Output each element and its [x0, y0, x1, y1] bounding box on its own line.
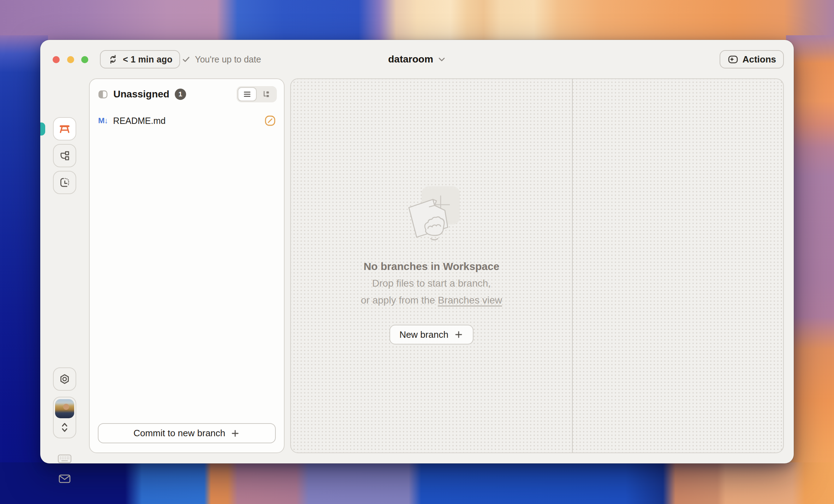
empty-state-line2-text: or apply from the	[361, 295, 438, 306]
commit-to-new-branch-button[interactable]: Commit to new branch	[98, 423, 276, 443]
user-avatar	[55, 399, 74, 418]
chevron-down-icon	[437, 55, 446, 64]
tree-view-button[interactable]	[257, 87, 276, 101]
project-name: dataroom	[388, 54, 433, 65]
actions-label: Actions	[743, 54, 776, 65]
split-panel-icon	[98, 90, 108, 99]
actions-button[interactable]: Actions	[720, 50, 784, 68]
sidebar-rail	[40, 78, 89, 463]
view-mode-toggle	[237, 86, 277, 102]
mail-icon	[58, 473, 71, 484]
list-view-button[interactable]	[238, 87, 257, 101]
commit-button-label: Commit to new branch	[133, 428, 225, 439]
rail-item-workspace[interactable]	[53, 117, 76, 140]
plus-icon	[454, 330, 464, 340]
wallpaper-bottom-band	[0, 462, 834, 504]
unassigned-header: Unassigned 1	[90, 79, 284, 109]
new-branch-label: New branch	[399, 329, 448, 340]
empty-state-line2: or apply from the Branches view	[361, 294, 502, 306]
file-row-readme[interactable]: M↓ README.md	[90, 112, 284, 129]
modified-status-icon	[264, 115, 276, 127]
workspace-canvas: No branches in Workspace Drop files to s…	[290, 78, 784, 453]
list-view-icon	[243, 90, 252, 99]
settings-nut-icon	[59, 373, 70, 385]
empty-state-title: No branches in Workspace	[364, 260, 500, 272]
unassigned-title: Unassigned	[113, 89, 169, 100]
account-switcher[interactable]	[53, 397, 76, 438]
gitbutler-logo-icon	[58, 122, 71, 135]
plus-icon	[230, 428, 240, 438]
workspace-empty-state: No branches in Workspace Drop files to s…	[291, 79, 572, 452]
project-switcher[interactable]: dataroom	[40, 50, 794, 68]
rail-item-branches[interactable]	[53, 144, 76, 167]
chevron-up-down-icon	[59, 420, 71, 434]
app-window: < 1 min ago You're up to date dataroom	[40, 40, 794, 463]
empty-state-line1: Drop files to start a branch,	[372, 277, 491, 289]
drop-files-illustration	[400, 184, 463, 251]
unassigned-panel: Unassigned 1	[89, 78, 285, 453]
branches-icon	[59, 150, 70, 161]
markdown-file-icon: M↓	[98, 116, 108, 125]
keyboard-icon	[57, 453, 72, 464]
lane-divider	[572, 79, 573, 452]
unassigned-count-badge: 1	[175, 89, 186, 100]
tree-view-icon	[262, 90, 271, 99]
actions-sparkle-icon	[727, 54, 739, 65]
titlebar: < 1 min ago You're up to date dataroom	[40, 40, 794, 78]
feedback-mail-button[interactable]	[53, 473, 76, 484]
file-name: README.md	[113, 116, 166, 126]
rail-item-history[interactable]	[53, 171, 76, 194]
history-clock-icon	[59, 177, 70, 188]
keyboard-shortcuts-button[interactable]	[53, 453, 76, 464]
active-project-indicator	[40, 122, 45, 136]
new-branch-button[interactable]: New branch	[389, 325, 473, 344]
rail-item-settings[interactable]	[53, 367, 76, 391]
branches-view-link[interactable]: Branches view	[438, 295, 502, 306]
